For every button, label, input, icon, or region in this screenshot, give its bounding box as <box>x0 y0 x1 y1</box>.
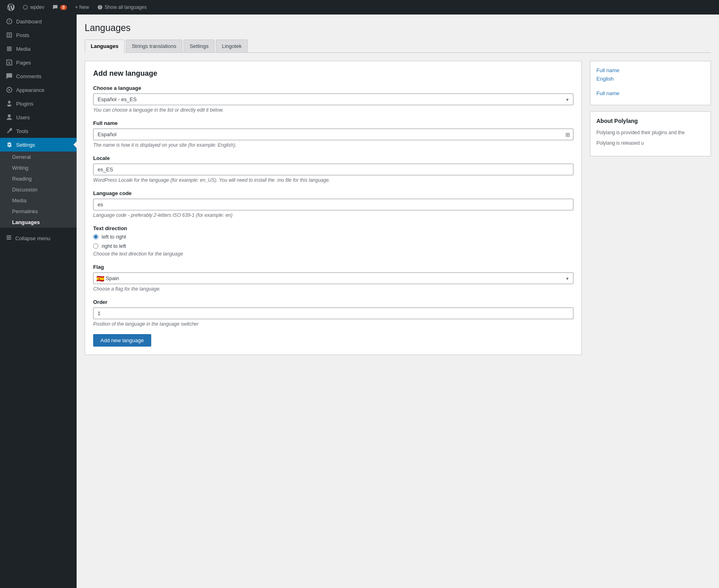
full-name-group: Full name ⊞ The name is how it is displa… <box>93 120 573 148</box>
sidebar-item-comments-label: Comments <box>16 73 42 79</box>
right-sidebar: Full name English Full name About Polyla… <box>590 61 711 156</box>
sidebar-sub-item-discussion[interactable]: Discussion <box>0 184 77 195</box>
flag-group: Flag Spain 🇪🇸 Choose a flag for the lang… <box>93 264 573 292</box>
show-all-languages-link[interactable]: Show all languages <box>93 0 151 15</box>
tab-strings-translations[interactable]: Strings translations <box>126 39 183 52</box>
page-title: Languages <box>85 23 711 33</box>
sidebar-item-posts[interactable]: Posts <box>0 28 77 42</box>
sidebar-item-tools[interactable]: Tools <box>0 124 77 138</box>
tab-lingotek[interactable]: Lingotek <box>216 39 248 52</box>
comments-link[interactable]: 0 <box>48 0 71 15</box>
settings-submenu: General Writing Reading Discussion Media… <box>0 152 77 228</box>
about-polylang-text2: Polylang is released u <box>596 139 704 147</box>
text-direction-label: Text direction <box>93 225 573 231</box>
tabs-container: Languages Strings translations Settings … <box>85 39 711 53</box>
text-direction-rtl-label: right to left <box>102 243 126 249</box>
text-direction-ltr-option[interactable]: left to right <box>93 234 573 240</box>
sidebar-item-settings-label: Settings <box>16 142 35 148</box>
collapse-menu-label: Collapse menu <box>15 235 50 241</box>
language-code-help: Language code - preferably 2-letters ISO… <box>93 212 573 218</box>
about-polylang-widget: About Polylang Polylang is provided thei… <box>590 111 711 156</box>
language-code-label: Language code <box>93 190 573 196</box>
text-direction-ltr-label: left to right <box>102 234 126 240</box>
new-label: + New <box>75 4 89 10</box>
sidebar-sub-item-languages[interactable]: Languages <box>0 217 77 228</box>
sidebar-item-users-label: Users <box>16 114 30 121</box>
admin-bar: wpdev 0 + New Show all languages <box>0 0 719 15</box>
locale-input[interactable] <box>93 164 573 175</box>
full-name-help: The name is how it is displayed on your … <box>93 142 573 148</box>
add-language-form: Add new language Choose a language Españ… <box>85 61 582 355</box>
order-label: Order <box>93 299 573 305</box>
new-link[interactable]: + New <box>71 0 93 15</box>
tab-languages[interactable]: Languages <box>85 39 125 53</box>
tab-settings[interactable]: Settings <box>183 39 215 52</box>
about-polylang-title: About Polylang <box>596 118 704 124</box>
language-info-widget: Full name English Full name <box>590 61 711 105</box>
full-name-link-2[interactable]: Full name <box>596 90 704 96</box>
full-name-label: Full name <box>93 120 573 126</box>
flag-select-wrapper: Spain 🇪🇸 <box>93 272 573 284</box>
section-title: Add new language <box>93 69 573 78</box>
sidebar-item-plugins-label: Plugins <box>16 101 33 107</box>
text-direction-rtl-radio[interactable] <box>93 243 98 249</box>
text-direction-ltr-radio[interactable] <box>93 234 98 239</box>
choose-language-help: You can choose a language in the list or… <box>93 107 573 113</box>
flag-select[interactable]: Spain <box>93 272 573 284</box>
sidebar-item-settings[interactable]: Settings <box>0 138 77 152</box>
collapse-menu[interactable]: Collapse menu <box>0 232 77 245</box>
order-help: Position of the language in the language… <box>93 321 573 327</box>
sidebar-sub-item-reading[interactable]: Reading <box>0 173 77 184</box>
sidebar-settings-arrow <box>73 141 77 148</box>
content-area: Add new language Choose a language Españ… <box>85 61 711 355</box>
sidebar-item-pages-label: Pages <box>16 60 31 66</box>
text-direction-rtl-option[interactable]: right to left <box>93 243 573 249</box>
sidebar-sub-item-writing[interactable]: Writing <box>0 162 77 173</box>
sidebar-item-dashboard-label: Dashboard <box>16 19 42 25</box>
sidebar-item-media[interactable]: Media <box>0 42 77 56</box>
locale-help: WordPress Locale for the language (for e… <box>93 177 573 183</box>
sidebar-item-comments[interactable]: Comments <box>0 69 77 83</box>
locale-group: Locale WordPress Locale for the language… <box>93 155 573 183</box>
sidebar-sub-item-permalinks[interactable]: Permalinks <box>0 206 77 217</box>
full-name-icon: ⊞ <box>565 131 570 138</box>
flag-label: Flag <box>93 264 573 270</box>
choose-language-group: Choose a language Español - es_ES You ca… <box>93 85 573 113</box>
text-direction-help: Choose the text direction for the langua… <box>93 251 573 257</box>
main-content: Languages Languages Strings translations… <box>77 15 719 588</box>
full-name-input[interactable] <box>93 129 573 140</box>
sidebar-item-appearance[interactable]: Appearance <box>0 83 77 97</box>
full-name-input-wrapper: ⊞ <box>93 129 573 140</box>
site-name-link[interactable]: wpdev <box>19 0 48 15</box>
sidebar-item-posts-label: Posts <box>16 32 29 38</box>
site-name: wpdev <box>30 4 44 10</box>
full-name-link-1[interactable]: Full name <box>596 67 704 73</box>
locale-label: Locale <box>93 155 573 161</box>
sidebar-item-tools-label: Tools <box>16 128 28 134</box>
order-group: Order Position of the language in the la… <box>93 299 573 327</box>
comments-count: 0 <box>60 5 67 10</box>
choose-language-select[interactable]: Español - es_ES <box>93 93 573 105</box>
sidebar-item-users[interactable]: Users <box>0 110 77 124</box>
sidebar-sub-item-media[interactable]: Media <box>0 195 77 206</box>
sidebar-item-plugins[interactable]: Plugins <box>0 97 77 110</box>
choose-language-select-wrapper: Español - es_ES <box>93 93 573 105</box>
english-link[interactable]: English <box>596 76 704 82</box>
about-polylang-text1: Polylang is provided their plugins and t… <box>596 129 704 136</box>
sidebar-item-dashboard[interactable]: Dashboard <box>0 15 77 28</box>
sidebar-item-pages[interactable]: Pages <box>0 56 77 69</box>
sidebar-item-appearance-label: Appearance <box>16 87 44 93</box>
wp-logo-link[interactable] <box>3 0 19 15</box>
sidebar-item-media-label: Media <box>16 46 30 52</box>
sidebar: Dashboard Posts Media Pages Comments App… <box>0 15 77 588</box>
text-direction-group: Text direction left to right right to le… <box>93 225 573 257</box>
choose-language-label: Choose a language <box>93 85 573 91</box>
add-new-language-button[interactable]: Add new language <box>93 334 151 347</box>
sidebar-sub-item-general[interactable]: General <box>0 152 77 162</box>
order-input[interactable] <box>93 308 573 319</box>
language-code-input[interactable] <box>93 199 573 210</box>
language-code-group: Language code Language code - preferably… <box>93 190 573 218</box>
flag-help: Choose a flag for the language. <box>93 286 573 292</box>
show-all-languages-label: Show all languages <box>105 4 147 10</box>
text-direction-radio-group: left to right right to left <box>93 234 573 249</box>
